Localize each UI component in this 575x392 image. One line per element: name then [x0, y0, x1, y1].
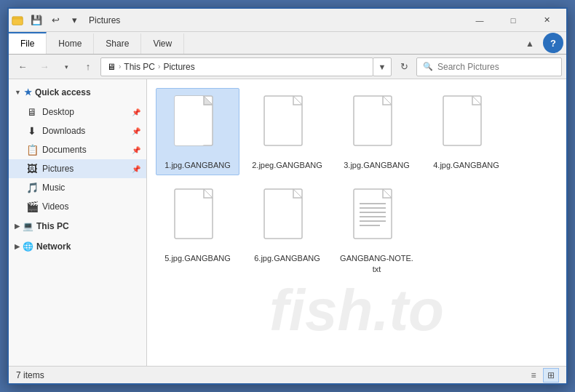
sidebar-item-pictures[interactable]: 🖼 Pictures 📌: [9, 159, 146, 178]
window-title: Pictures: [89, 15, 120, 25]
view-list-button[interactable]: ≡: [526, 368, 542, 383]
pictures-icon: 🖼: [26, 163, 38, 175]
desktop-icon: 🖥: [26, 106, 38, 118]
main-content: ▼ ★ Quick access 🖥 Desktop 📌 ⬇ Downloads…: [9, 79, 566, 366]
status-bar: 7 items ≡ ⊞: [9, 366, 566, 383]
file-item[interactable]: 5.jpg.GANGBANG: [156, 181, 239, 279]
thispc-icon: 💻: [23, 221, 33, 231]
address-path[interactable]: 🖥 › This PC › Pictures: [100, 57, 373, 76]
sidebar-item-music[interactable]: 🎵 Music: [9, 178, 146, 197]
path-separator-2: ›: [158, 63, 160, 71]
downloads-label: Downloads: [42, 126, 85, 136]
up-button[interactable]: ↑: [79, 57, 98, 76]
explorer-window: 💾 ↩ ▾ Pictures — □ ✕ File Home Share Vie…: [7, 7, 568, 385]
music-icon: 🎵: [26, 182, 38, 193]
minimize-button[interactable]: —: [463, 9, 496, 32]
ribbon: File Home Share View ▲ ?: [9, 32, 566, 55]
sidebar-thispc-header[interactable]: ▶ 💻 This PC: [9, 216, 146, 236]
music-label: Music: [42, 183, 65, 193]
files-grid: 1.jpg.GANGBANG 2.jpeg.GANGBANG: [156, 88, 558, 279]
window-icon: [12, 15, 23, 26]
file-item[interactable]: 2.jpeg.GANGBANG: [245, 88, 329, 175]
watermark: fish.to: [269, 277, 444, 344]
sidebar-item-documents[interactable]: 📋 Documents 📌: [9, 140, 146, 159]
file-name: 3.jpg.GANGBANG: [344, 160, 409, 170]
address-bar: ← → ▾ ↑ 🖥 › This PC › Pictures ▼ ↻ 🔍: [9, 55, 566, 79]
thispc-label: This PC: [36, 221, 69, 231]
path-this-pc[interactable]: This PC: [124, 62, 155, 72]
file-icon: [351, 188, 403, 249]
file-icon: [440, 95, 493, 156]
window-controls: — □ ✕: [463, 9, 563, 32]
svg-rect-4: [264, 96, 302, 145]
file-name: 5.jpg.GANGBANG: [164, 253, 230, 263]
recent-locations-button[interactable]: ▾: [57, 57, 76, 76]
quick-undo-btn[interactable]: ↩: [47, 12, 64, 29]
file-item[interactable]: GANGBANG-NOTE.txt: [335, 181, 419, 279]
file-name: GANGBANG-NOTE.txt: [340, 253, 413, 274]
sidebar-network-header[interactable]: ▶ 🌐 Network: [9, 236, 146, 257]
sidebar: ▼ ★ Quick access 🖥 Desktop 📌 ⬇ Downloads…: [9, 79, 147, 366]
quickaccess-chevron-icon: ▼: [15, 89, 21, 96]
sidebar-item-downloads[interactable]: ⬇ Downloads 📌: [9, 121, 146, 140]
view-grid-button[interactable]: ⊞: [543, 368, 559, 383]
help-button[interactable]: ?: [543, 33, 563, 53]
documents-label: Documents: [42, 145, 87, 155]
close-button[interactable]: ✕: [530, 9, 563, 32]
svg-rect-6: [443, 96, 481, 145]
network-label: Network: [36, 241, 71, 252]
network-icon: 🌐: [23, 241, 33, 252]
quickaccess-icon: ★: [24, 87, 32, 97]
file-icon: [172, 188, 224, 249]
search-box[interactable]: 🔍: [416, 57, 562, 76]
quickaccess-label: Quick access: [35, 87, 91, 97]
documents-pin-icon: 📌: [132, 146, 140, 154]
sidebar-item-videos[interactable]: 🎬 Videos: [9, 197, 146, 216]
file-item[interactable]: 3.jpg.GANGBANG: [335, 88, 419, 175]
downloads-icon: ⬇: [26, 125, 38, 137]
path-separator-1: ›: [119, 63, 121, 71]
tab-file[interactable]: File: [9, 32, 47, 54]
quick-save-btn[interactable]: 💾: [28, 12, 45, 29]
downloads-pin-icon: 📌: [132, 127, 140, 135]
sidebar-quickaccess-header[interactable]: ▼ ★ Quick access: [9, 82, 146, 103]
search-input[interactable]: [437, 62, 555, 72]
svg-rect-8: [264, 189, 302, 239]
file-icon: [351, 95, 403, 156]
file-icon: [261, 95, 314, 156]
file-area: fish.to 1.jpg.GANGBANG: [147, 79, 566, 366]
file-icon: [172, 95, 224, 156]
pictures-label: Pictures: [42, 164, 74, 174]
title-bar: 💾 ↩ ▾ Pictures — □ ✕: [9, 9, 566, 32]
pictures-pin-icon: 📌: [132, 165, 140, 173]
quick-customize-btn[interactable]: ▾: [66, 12, 83, 29]
file-name: 6.jpg.GANGBANG: [254, 253, 320, 263]
svg-rect-5: [354, 96, 392, 145]
tab-view[interactable]: View: [141, 33, 184, 54]
ribbon-collapse-btn[interactable]: ▲: [520, 33, 540, 54]
tab-home[interactable]: Home: [47, 33, 94, 54]
file-name: 1.jpg.GANGBANG: [164, 160, 230, 170]
svg-rect-3: [175, 96, 204, 145]
file-item[interactable]: 4.jpg.GANGBANG: [424, 88, 508, 175]
documents-icon: 📋: [26, 144, 38, 156]
svg-rect-7: [175, 189, 213, 239]
ribbon-tabs: File Home Share View ▲ ?: [9, 32, 566, 54]
path-drive-icon: 🖥: [107, 62, 116, 72]
refresh-button[interactable]: ↻: [394, 57, 413, 76]
file-item[interactable]: 6.jpg.GANGBANG: [245, 181, 329, 279]
svg-rect-9: [354, 189, 392, 239]
sidebar-item-desktop[interactable]: 🖥 Desktop 📌: [9, 103, 146, 121]
back-button[interactable]: ←: [13, 57, 32, 76]
maximize-button[interactable]: □: [496, 9, 530, 32]
path-pictures[interactable]: Pictures: [163, 62, 194, 72]
address-dropdown-button[interactable]: ▼: [373, 57, 392, 76]
tab-share[interactable]: Share: [94, 33, 141, 54]
file-item[interactable]: 1.jpg.GANGBANG: [156, 88, 239, 175]
forward-button[interactable]: →: [35, 57, 54, 76]
file-icon: [261, 188, 314, 249]
videos-icon: 🎬: [26, 201, 38, 212]
file-name: 4.jpg.GANGBANG: [433, 160, 499, 170]
search-icon: 🔍: [423, 62, 433, 71]
desktop-pin-icon: 📌: [132, 108, 140, 116]
